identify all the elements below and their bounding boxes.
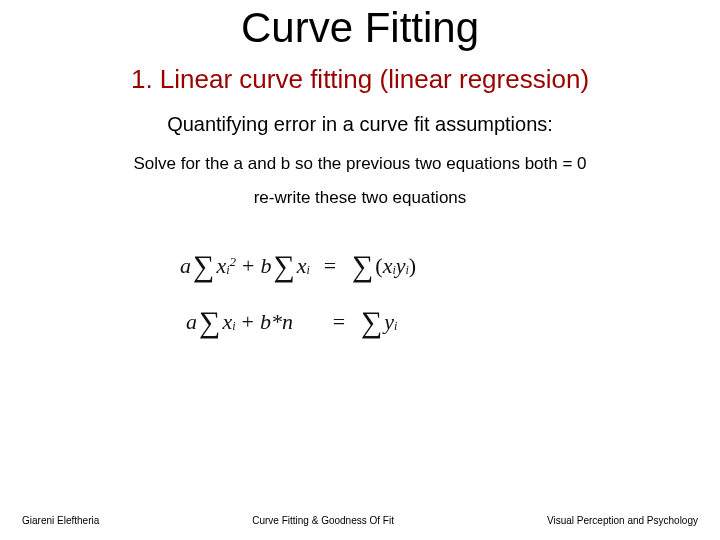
subscript-i: i bbox=[232, 319, 235, 334]
slide: Curve Fitting 1. Linear curve fitting (l… bbox=[0, 0, 720, 540]
footer-author: Giareni Eleftheria bbox=[22, 515, 99, 526]
page-title: Curve Fitting bbox=[0, 0, 720, 52]
equation-block: a ∑ xi2 + b ∑ xi = ∑ ( xi yi ) a ∑ xi bbox=[180, 238, 540, 350]
sigma-icon: ∑ bbox=[359, 305, 384, 339]
equation-1-rhs: ∑ ( xi yi ) bbox=[350, 249, 416, 283]
sigma-icon: ∑ bbox=[197, 305, 222, 339]
footer-title: Curve Fitting & Goodness Of Fit bbox=[99, 515, 547, 526]
superscript-2: 2 bbox=[230, 254, 237, 270]
var-x: x bbox=[383, 253, 393, 279]
var-y: y bbox=[384, 309, 394, 335]
var-y: y bbox=[396, 253, 406, 279]
subscript-i: i bbox=[392, 263, 395, 278]
equation-2-rhs: ∑ yi bbox=[359, 305, 398, 339]
body-line-3: re-write these two equations bbox=[0, 188, 720, 208]
subscript-i: i bbox=[406, 263, 409, 278]
footer: Giareni Eleftheria Curve Fitting & Goodn… bbox=[0, 515, 720, 526]
sigma-icon: ∑ bbox=[271, 249, 296, 283]
equals-sign: = bbox=[310, 253, 350, 279]
subscript-i: i bbox=[394, 319, 397, 334]
equation-1-lhs: a ∑ xi2 + b ∑ xi bbox=[180, 249, 310, 283]
term-bn: b*n bbox=[260, 309, 293, 335]
coef-b: b bbox=[260, 253, 271, 279]
sigma-icon: ∑ bbox=[191, 249, 216, 283]
var-x: x bbox=[216, 253, 226, 279]
plus-sign: + bbox=[236, 309, 260, 335]
footer-course: Visual Perception and Psychology bbox=[547, 515, 698, 526]
left-paren: ( bbox=[375, 253, 382, 279]
coef-a: a bbox=[186, 309, 197, 335]
body-line-1: Quantifying error in a curve fit assumpt… bbox=[0, 113, 720, 136]
plus-sign: + bbox=[236, 253, 260, 279]
body-line-2: Solve for the a and b so the previous tw… bbox=[0, 154, 720, 174]
equation-2-lhs: a ∑ xi + b*n bbox=[180, 305, 293, 339]
section-heading: 1. Linear curve fitting (linear regressi… bbox=[0, 64, 720, 95]
right-paren: ) bbox=[409, 253, 416, 279]
equals-sign: = bbox=[319, 309, 359, 335]
var-x: x bbox=[297, 253, 307, 279]
equation-1: a ∑ xi2 + b ∑ xi = ∑ ( xi yi ) bbox=[180, 238, 540, 294]
sigma-icon: ∑ bbox=[350, 249, 375, 283]
subscript-i: i bbox=[307, 263, 310, 278]
equation-2: a ∑ xi + b*n = ∑ yi bbox=[180, 294, 540, 350]
coef-a: a bbox=[180, 253, 191, 279]
var-x: x bbox=[222, 309, 232, 335]
